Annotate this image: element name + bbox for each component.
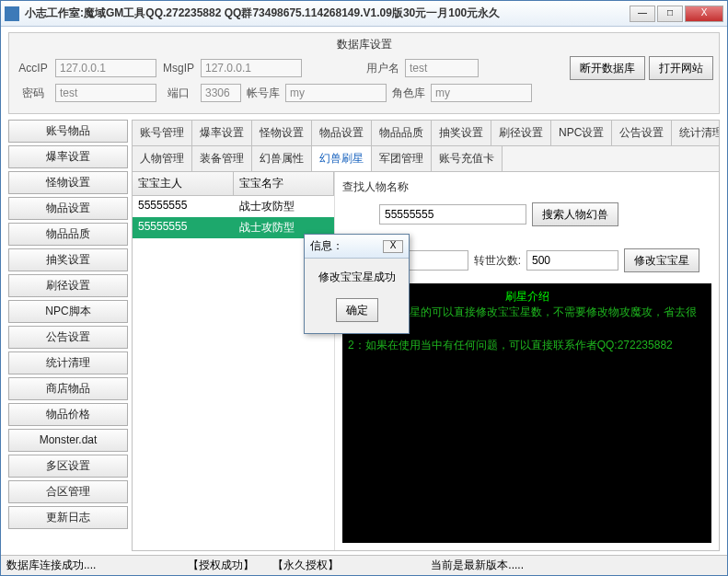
user-label: 用户名 <box>364 61 401 76</box>
sidebar-item-3[interactable]: 物品设置 <box>8 197 128 220</box>
tab1-1[interactable]: 爆率设置 <box>192 121 252 145</box>
maximize-button[interactable]: □ <box>657 6 683 22</box>
sidebar-item-2[interactable]: 怪物设置 <box>8 171 128 194</box>
status-license: 【永久授权】 <box>272 558 339 573</box>
tab2-4[interactable]: 军团管理 <box>372 146 432 171</box>
sidebar-item-13[interactable]: 多区设置 <box>8 455 128 478</box>
find-input[interactable] <box>379 204 526 225</box>
sidebar-item-8[interactable]: 公告设置 <box>8 326 128 349</box>
tab1-0[interactable]: 账号管理 <box>133 121 192 145</box>
sidebar-item-0[interactable]: 账号物品 <box>8 120 128 143</box>
accip-label: AccIP <box>15 62 52 75</box>
status-version: 当前是最新版本..... <box>431 558 524 573</box>
find-label: 查找人物名称 <box>342 179 409 195</box>
sidebar-item-15[interactable]: 更新日志 <box>8 506 128 529</box>
right-pane: 查找人物名称 搜索人物幻兽 星 级: 转世次数: 修改宝宝星 <box>335 172 719 550</box>
tab1-3[interactable]: 物品设置 <box>312 121 372 145</box>
tab1-6[interactable]: 刷径设置 <box>491 121 551 145</box>
tab1-9[interactable]: 统计清理 <box>672 121 719 145</box>
reborn-label: 转世次数: <box>474 253 521 269</box>
msgip-input[interactable] <box>201 59 302 77</box>
sidebar-item-12[interactable]: Monster.dat <box>8 429 128 452</box>
accdb-label: 帐号库 <box>245 86 282 101</box>
modify-star-button[interactable]: 修改宝宝星 <box>624 248 699 272</box>
app-icon <box>5 6 19 21</box>
roledb-input[interactable] <box>431 84 532 102</box>
status-bar: 数据库连接成功.... 【授权成功】 【永久授权】 当前是最新版本..... <box>1 555 727 575</box>
pwd-label: 密码 <box>15 86 52 101</box>
dialog-close-icon[interactable]: X <box>383 240 403 253</box>
disconnect-button[interactable]: 断开数据库 <box>570 56 645 80</box>
pwd-input[interactable] <box>55 84 156 102</box>
open-site-button[interactable]: 打开网站 <box>649 56 713 80</box>
dialog-title: 信息： <box>310 238 343 254</box>
tab1-2[interactable]: 怪物设置 <box>252 121 312 145</box>
grid-head-name: 宝宝名字 <box>234 172 335 195</box>
sidebar-item-14[interactable]: 合区管理 <box>8 480 128 503</box>
close-button[interactable]: X <box>685 6 723 22</box>
grid-head-owner: 宝宝主人 <box>133 172 234 195</box>
sidebar-item-11[interactable]: 物品价格 <box>8 403 128 426</box>
console-line: 2：如果在使用当中有任何问题，可以直接联系作者QQ:272235882 <box>348 338 706 353</box>
port-label: 端口 <box>160 86 197 101</box>
status-auth: 【授权成功】 <box>188 558 254 573</box>
tab1-4[interactable]: 物品品质 <box>372 121 432 145</box>
tab-row-1: 账号管理爆率设置怪物设置物品设置物品品质抽奖设置刷径设置NPC设置公告设置统计清… <box>133 121 719 146</box>
tab1-8[interactable]: 公告设置 <box>612 121 672 145</box>
tab2-3[interactable]: 幻兽刷星 <box>312 146 372 172</box>
db-panel-title: 数据库设置 <box>15 37 713 52</box>
dialog-message: 修改宝宝星成功 <box>312 270 401 285</box>
tab2-0[interactable]: 人物管理 <box>133 146 192 171</box>
sidebar-item-9[interactable]: 统计清理 <box>8 351 128 374</box>
sidebar-item-4[interactable]: 物品品质 <box>8 223 128 246</box>
tab1-5[interactable]: 抽奖设置 <box>432 121 491 145</box>
content-area: 账号管理爆率设置怪物设置物品设置物品品质抽奖设置刷径设置NPC设置公告设置统计清… <box>132 120 720 551</box>
minimize-button[interactable]: — <box>630 6 655 22</box>
accdb-input[interactable] <box>285 84 387 102</box>
titlebar[interactable]: 小志工作室:魔域GM工具QQ.272235882 QQ群73498675.114… <box>1 1 727 27</box>
window-title: 小志工作室:魔域GM工具QQ.272235882 QQ群73498675.114… <box>25 6 630 21</box>
accip-input[interactable] <box>55 59 156 77</box>
dialog-ok-button[interactable]: 确定 <box>336 298 378 322</box>
port-input[interactable] <box>201 84 241 102</box>
table-row[interactable]: 55555555战士攻防型 <box>133 196 334 217</box>
status-db: 数据库连接成功.... <box>6 558 96 573</box>
search-button[interactable]: 搜索人物幻兽 <box>532 202 618 226</box>
sidebar-item-6[interactable]: 刷径设置 <box>8 274 128 297</box>
sidebar-item-7[interactable]: NPC脚本 <box>8 300 128 323</box>
info-dialog: 信息： X 修改宝宝星成功 确定 <box>304 234 410 334</box>
sidebar-item-10[interactable]: 商店物品 <box>8 377 128 400</box>
tab2-1[interactable]: 装备管理 <box>192 146 252 171</box>
pet-grid: 宝宝主人 宝宝名字 55555555战士攻防型55555555战士攻防型 <box>133 172 335 550</box>
msgip-label: MsgIP <box>160 62 197 75</box>
tab2-5[interactable]: 账号充值卡 <box>432 146 503 171</box>
db-settings-area: 数据库设置 AccIP MsgIP 用户名 断开数据库 打开网站 密码 端口 帐… <box>1 27 727 120</box>
reborn-input[interactable] <box>526 250 618 271</box>
tab-row-2: 人物管理装备管理幻兽属性幻兽刷星军团管理账号充值卡 <box>133 146 719 172</box>
user-input[interactable] <box>405 59 479 77</box>
sidebar: 账号物品爆率设置怪物设置物品设置物品品质抽奖设置刷径设置NPC脚本公告设置统计清… <box>8 120 128 551</box>
sidebar-item-5[interactable]: 抽奖设置 <box>8 248 128 271</box>
roledb-label: 角色库 <box>390 86 427 101</box>
tab1-7[interactable]: NPC设置 <box>551 121 612 145</box>
tab2-2[interactable]: 幻兽属性 <box>252 146 312 171</box>
sidebar-item-1[interactable]: 爆率设置 <box>8 145 128 168</box>
